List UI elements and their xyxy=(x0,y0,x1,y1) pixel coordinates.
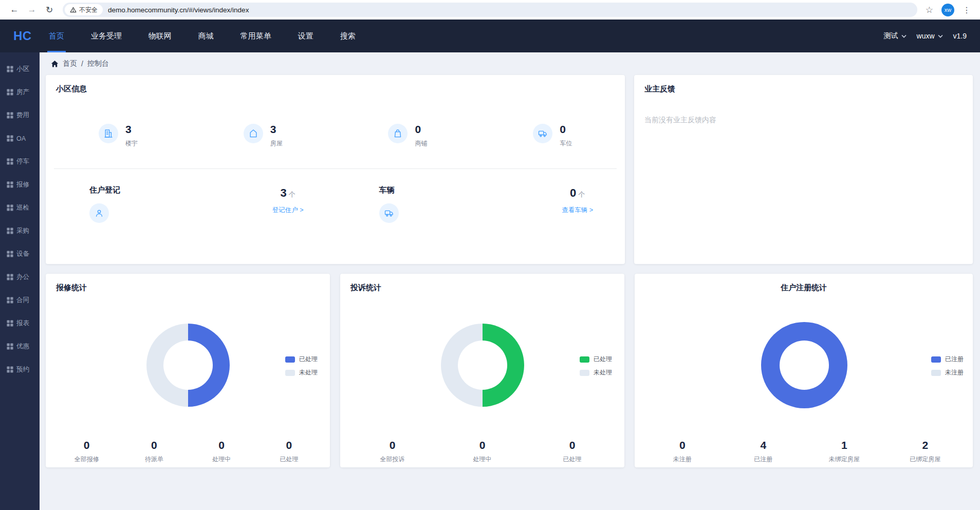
stat-label: 已处理 xyxy=(527,455,617,464)
nav-tab-4[interactable]: 常用菜单 xyxy=(239,20,273,52)
stat-card-1: 投诉统计已处理未处理0全部投诉0处理中0已处理 xyxy=(340,274,624,467)
bookmark-star-icon[interactable]: ☆ xyxy=(926,5,933,15)
legend-item[interactable]: 未处理 xyxy=(580,368,612,377)
chart-legend: 已注册未注册 xyxy=(931,355,964,377)
browser-forward-button[interactable]: → xyxy=(25,3,39,17)
community-stat-0: 3楼宇 xyxy=(46,124,191,148)
card-stat: 0处理中 xyxy=(437,439,527,464)
sidebar-item-3[interactable]: OA xyxy=(0,127,40,150)
card-stats-row: 0未注册4已注册1未绑定房屋2已绑定房屋 xyxy=(635,439,973,464)
breadcrumb-current: 控制台 xyxy=(87,59,109,68)
card-stat: 1未绑定房屋 xyxy=(804,439,885,464)
browser-profile-avatar[interactable]: xw xyxy=(941,4,954,16)
sidebar-item-11[interactable]: 报表 xyxy=(0,312,40,335)
browser-reload-button[interactable]: ↻ xyxy=(42,3,57,17)
sidebar-item-12[interactable]: 优惠 xyxy=(0,335,40,358)
nav-tab-2[interactable]: 物联网 xyxy=(147,20,173,52)
section-link[interactable]: 登记住户 > xyxy=(272,206,304,215)
sidebar-item-6[interactable]: 巡检 xyxy=(0,196,40,219)
sidebar-item-8[interactable]: 设备 xyxy=(0,242,40,266)
section-title: 车辆 xyxy=(379,185,399,195)
sidebar-item-5[interactable]: 报修 xyxy=(0,173,40,196)
breadcrumb-home[interactable]: 首页 xyxy=(63,59,77,68)
community-section-1: 车辆0个查看车辆 > xyxy=(336,185,625,223)
stat-value: 0 xyxy=(642,439,723,451)
sidebar-item-4[interactable]: 停车 xyxy=(0,150,40,173)
donut-hole xyxy=(780,341,829,390)
grid-icon xyxy=(7,320,13,327)
card-stat: 0未注册 xyxy=(642,439,723,464)
legend-item[interactable]: 已处理 xyxy=(285,355,318,364)
sidebar-item-label: 报修 xyxy=(16,180,29,189)
browser-toolbar: ← → ↻ 不安全 demo.homecommunity.cn/#/views/… xyxy=(0,0,980,20)
donut-chart xyxy=(146,324,230,407)
browser-back-button[interactable]: ← xyxy=(7,3,22,17)
user-menu[interactable]: wuxw xyxy=(917,32,943,40)
card-stat: 0待派单 xyxy=(120,439,188,464)
stat-label: 已注册 xyxy=(723,455,804,464)
legend-item[interactable]: 已注册 xyxy=(931,355,964,364)
stat-label: 处理中 xyxy=(188,455,255,464)
sidebar-item-2[interactable]: 费用 xyxy=(0,104,40,127)
address-bar[interactable]: 不安全 demo.homecommunity.cn/#/views/index/… xyxy=(63,3,917,17)
donut-chart xyxy=(761,322,847,408)
legend-item[interactable]: 未注册 xyxy=(931,368,964,377)
grid-icon xyxy=(7,204,13,211)
card-stats-row: 0全部投诉0处理中0已处理 xyxy=(340,439,624,464)
stat-card-title: 报修统计 xyxy=(46,283,330,293)
legend-color-chip xyxy=(285,370,295,376)
grid-icon xyxy=(7,274,13,280)
shop-icon xyxy=(388,124,408,143)
community-sections-row: 住户登记3个登记住户 >车辆0个查看车辆 > xyxy=(46,185,625,223)
sidebar-item-label: 费用 xyxy=(16,111,29,120)
legend-item[interactable]: 未处理 xyxy=(285,368,318,377)
sidebar-item-label: 预约 xyxy=(16,365,29,374)
url-text: demo.homecommunity.cn/#/views/index/inde… xyxy=(108,6,249,14)
nav-tab-5[interactable]: 设置 xyxy=(297,20,315,52)
grid-icon xyxy=(7,228,13,234)
sidebar-item-7[interactable]: 采购 xyxy=(0,219,40,242)
card-stat: 0全部报修 xyxy=(53,439,120,464)
legend-label: 已注册 xyxy=(945,355,964,364)
site-security-chip[interactable]: 不安全 xyxy=(65,4,103,15)
sidebar-item-9[interactable]: 办公 xyxy=(0,266,40,289)
legend-color-chip xyxy=(931,370,941,376)
sidebar-item-0[interactable]: 小区 xyxy=(0,58,40,81)
stat-card-title: 住户注册统计 xyxy=(635,283,973,293)
card-stat: 4已注册 xyxy=(723,439,804,464)
stat-value: 0 xyxy=(347,439,437,451)
org-selector[interactable]: 测试 xyxy=(884,31,907,41)
stat-value: 3 xyxy=(270,124,283,135)
nav-tab-1[interactable]: 业务受理 xyxy=(89,20,123,52)
nav-tab-3[interactable]: 商城 xyxy=(197,20,215,52)
stat-value: 0 xyxy=(415,124,427,135)
nav-tab-0[interactable]: 首页 xyxy=(47,20,66,52)
app-logo[interactable]: HC xyxy=(0,20,47,52)
section-count: 0 xyxy=(570,186,576,199)
community-card-title: 小区信息 xyxy=(46,84,625,94)
stat-card-title: 投诉统计 xyxy=(340,283,624,293)
browser-menu-icon[interactable]: ⋮ xyxy=(960,5,973,15)
stat-value: 0 xyxy=(560,124,572,135)
main-content: 首页 / 控制台 小区信息 3楼宇3房屋0商铺0车位 住户登记3个登记住户 >车… xyxy=(40,52,980,510)
sidebar-item-label: 采购 xyxy=(16,226,29,235)
card-stat: 0已处理 xyxy=(527,439,617,464)
security-label: 不安全 xyxy=(79,6,98,14)
sidebar-item-13[interactable]: 预约 xyxy=(0,358,40,381)
stat-label: 未注册 xyxy=(642,455,723,464)
legend-item[interactable]: 已处理 xyxy=(580,355,612,364)
grid-icon xyxy=(7,181,13,188)
legend-label: 已处理 xyxy=(299,355,318,364)
sidebar-item-1[interactable]: 房产 xyxy=(0,81,40,104)
truck-icon xyxy=(379,203,399,223)
grid-icon xyxy=(7,89,13,96)
nav-tab-6[interactable]: 搜索 xyxy=(339,20,357,52)
section-link[interactable]: 查看车辆 > xyxy=(562,206,593,215)
sidebar-item-10[interactable]: 合同 xyxy=(0,289,40,312)
stat-value: 4 xyxy=(723,439,804,451)
sidebar-item-label: OA xyxy=(16,135,26,142)
grid-icon xyxy=(7,366,13,373)
sidebar-item-label: 合同 xyxy=(16,296,29,305)
sidebar-item-label: 房产 xyxy=(16,88,29,97)
sidebar-item-label: 报表 xyxy=(16,319,29,328)
